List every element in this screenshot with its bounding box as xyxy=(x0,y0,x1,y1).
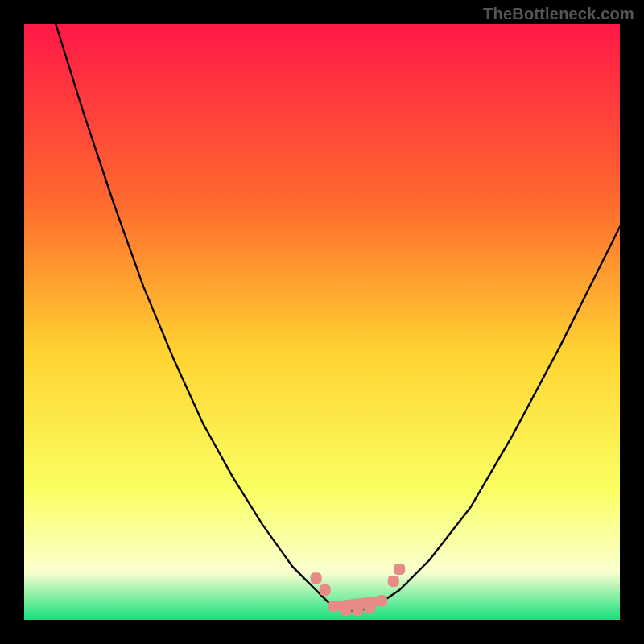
curve-marker xyxy=(388,576,399,587)
plot-area xyxy=(24,24,620,620)
chart-frame: TheBottleneck.com xyxy=(0,0,644,644)
curve-marker xyxy=(341,605,352,616)
curve-marker xyxy=(394,564,405,575)
curve-marker xyxy=(352,605,363,616)
curve-marker xyxy=(320,584,331,596)
gradient-background xyxy=(24,24,620,620)
curve-marker xyxy=(364,602,375,613)
watermark-text: TheBottleneck.com xyxy=(483,5,634,23)
curve-marker xyxy=(311,572,322,584)
curve-marker xyxy=(328,601,340,612)
curve-marker xyxy=(376,595,387,606)
bottleneck-chart xyxy=(24,24,620,620)
